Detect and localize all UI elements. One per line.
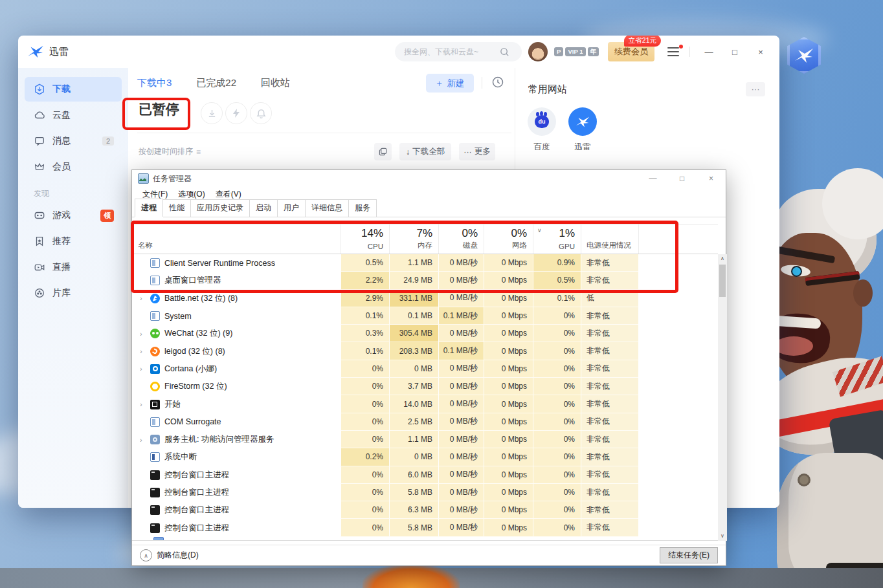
column-cpu[interactable]: 14% CPU [341, 224, 389, 254]
metric-cell: 0% [533, 342, 581, 360]
tab-recycle-bin[interactable]: 回收站 [261, 77, 290, 89]
sidebar-item-messages[interactable]: 消息 2 [25, 129, 122, 153]
expand-chevron-icon[interactable]: › [140, 294, 146, 302]
batch-view-button[interactable] [374, 143, 392, 160]
process-name: 控制台窗口主进程 [164, 487, 229, 498]
process-row[interactable]: ›开始0%14.0 MB0 MB/秒0 Mbps0%非常低 [132, 395, 718, 413]
process-row[interactable]: ›控制台窗口主进程0%5.8 MB0 MB/秒0 Mbps0%非常低 [132, 519, 718, 536]
metric-cell: 0% [341, 466, 389, 484]
window-icon [150, 258, 160, 268]
download-all-label: 下载全部 [412, 146, 445, 157]
site-xunlei[interactable]: 迅雷 [568, 107, 598, 153]
tab-startup[interactable]: 启动 [249, 199, 278, 217]
main-menu-icon[interactable] [667, 47, 680, 56]
process-row[interactable]: ›控制台窗口主进程0%5.8 MB0 MB/秒0 Mbps0%非常低 [132, 484, 718, 501]
search-input[interactable] [403, 47, 496, 57]
sort-order-control[interactable]: 按创建时间排序 ≡ [139, 146, 201, 157]
column-network[interactable]: 0% 网络 [484, 224, 533, 254]
sidebar-item-live[interactable]: 直播 [25, 255, 122, 279]
more-button[interactable]: ··· 更多 [459, 143, 495, 160]
process-row[interactable]: ›控制台窗口主进程0%6.0 MB0 MB/秒0 Mbps0%非常低 [132, 466, 718, 484]
expand-chevron-icon[interactable]: › [140, 347, 146, 355]
tab-app-history[interactable]: 应用历史记录 [190, 199, 250, 217]
sidebar-item-cloud-drive[interactable]: 云盘 [25, 103, 122, 127]
scrollbar-thumb[interactable] [719, 265, 726, 297]
xunlei-bird-icon [27, 45, 44, 59]
process-row[interactable]: ›leigod (32 位) (8)0.1%208.3 MB0.1 MB/秒0 … [132, 342, 718, 360]
tab-users[interactable]: 用户 [277, 199, 306, 217]
sidebar-item-games[interactable]: 游戏 领 [25, 203, 122, 228]
close-button[interactable]: × [697, 174, 726, 183]
process-name-cell: ›leigod (32 位) (8) [132, 342, 341, 360]
column-power-usage[interactable]: 电源使用情况 [581, 224, 638, 254]
tab-performance[interactable]: 性能 [162, 199, 191, 217]
sidebar-item-download[interactable]: 下载 [25, 77, 122, 102]
metric-cell: 0 MB/秒 [438, 272, 484, 289]
tab-processes[interactable]: 进程 [135, 199, 163, 217]
expand-chevron-icon[interactable]: › [140, 436, 146, 444]
sidebar-item-label: 云盘 [52, 109, 71, 121]
sidebar-item-recommend[interactable]: 推荐 [25, 229, 122, 254]
process-row[interactable]: ›服务主机: 功能访问管理器服务0%1.1 MB0 MB/秒0 Mbps0%非常… [132, 431, 718, 448]
sidebar: 下载 云盘 消息 2 会员 发现 游戏 领 [18, 68, 128, 508]
tab-downloading[interactable]: 下载中3 [137, 77, 172, 89]
vertical-scrollbar[interactable]: ∧ ∨ [718, 254, 727, 541]
start-all-icon[interactable] [201, 102, 223, 124]
metric-cell: 0% [341, 413, 389, 431]
process-row[interactable]: ›System0.1%0.1 MB0.1 MB/秒0 Mbps0%非常低 [132, 307, 718, 325]
sidebar-item-label: 直播 [52, 261, 71, 273]
column-gpu[interactable]: ∨ 1% GPU [533, 224, 581, 254]
maximize-button[interactable]: □ [667, 174, 697, 183]
process-name: 控制台窗口主进程 [164, 523, 229, 534]
expand-chevron-icon[interactable]: › [140, 330, 146, 338]
tab-services[interactable]: 服务 [348, 199, 377, 217]
cloud-icon [34, 109, 45, 121]
sort-icon: ≡ [196, 147, 201, 157]
metric-cell: 0 MB/秒 [438, 395, 484, 413]
gear-icon [150, 435, 160, 444]
firestorm-icon [150, 382, 160, 391]
metric-cell: 非常低 [581, 501, 638, 519]
new-task-button[interactable]: ＋ 新建 [426, 74, 474, 93]
blank-cell [638, 307, 718, 325]
process-row[interactable]: ›Client Server Runtime Process0.5%1.1 MB… [132, 254, 718, 272]
expand-chevron-icon[interactable]: › [140, 400, 146, 408]
tab-details[interactable]: 详细信息 [305, 199, 349, 217]
close-button[interactable]: × [751, 47, 770, 57]
column-disk[interactable]: 0% 磁盘 [438, 224, 484, 254]
chevron-up-icon: ∧ [140, 549, 152, 561]
process-row[interactable]: ›Cortana (小娜)0%0 MB0 MB/秒0 Mbps0%非常低 [132, 360, 718, 378]
expand-chevron-icon[interactable]: › [140, 365, 146, 373]
fewer-details-toggle[interactable]: ∧ 简略信息(D) [140, 549, 199, 561]
sidebar-item-film-library[interactable]: 片库 [25, 281, 122, 305]
down-arrow-icon: ↓ [406, 147, 410, 157]
search-icon[interactable] [500, 47, 509, 57]
minimize-button[interactable]: — [699, 47, 719, 57]
process-row[interactable]: ›Battle.net (32 位) (8)2.9%331.1 MB0 MB/秒… [132, 290, 718, 307]
process-row[interactable]: ›控制台窗口主进程0%6.3 MB0 MB/秒0 Mbps0%非常低 [132, 501, 718, 519]
remind-icon[interactable] [250, 102, 272, 124]
process-row[interactable]: ›WeChat (32 位) (9)0.3%305.4 MB0 MB/秒0 Mb… [132, 325, 718, 342]
user-avatar[interactable] [528, 42, 548, 61]
process-row[interactable]: ›COM Surrogate0%2.5 MB0 MB/秒0 Mbps0%非常低 [132, 413, 718, 431]
search-box[interactable] [395, 42, 522, 61]
history-icon[interactable] [491, 75, 506, 91]
tab-completed[interactable]: 已完成22 [196, 77, 236, 89]
column-memory[interactable]: 7% 内存 [389, 224, 438, 254]
speedup-icon[interactable] [225, 102, 247, 124]
blank-cell [638, 254, 718, 272]
sites-more-button[interactable]: ··· [746, 82, 765, 96]
process-row[interactable]: ›FireStorm (32 位)0%3.7 MB0 MB/秒0 Mbps0%非… [132, 378, 718, 395]
process-row[interactable]: ›桌面窗口管理器2.2%24.9 MB0 MB/秒0 Mbps0.5%非常低 [132, 272, 718, 289]
sidebar-item-membership[interactable]: 会员 [25, 155, 122, 179]
column-name[interactable]: 名称 [132, 224, 341, 254]
site-baidu[interactable]: du 百度 [527, 107, 557, 153]
metric-cell: 非常低 [581, 466, 638, 484]
scroll-down-icon[interactable]: ∨ [721, 532, 724, 541]
minimize-button[interactable]: — [638, 174, 667, 183]
maximize-button[interactable]: □ [725, 47, 744, 57]
process-row[interactable]: ›系统中断0.2%0 MB0 MB/秒0 Mbps0%非常低 [132, 448, 718, 466]
end-task-button[interactable]: 结束任务(E) [660, 547, 718, 563]
download-all-button[interactable]: ↓ 下载全部 [399, 143, 451, 160]
scroll-up-icon[interactable]: ∧ [721, 254, 724, 263]
